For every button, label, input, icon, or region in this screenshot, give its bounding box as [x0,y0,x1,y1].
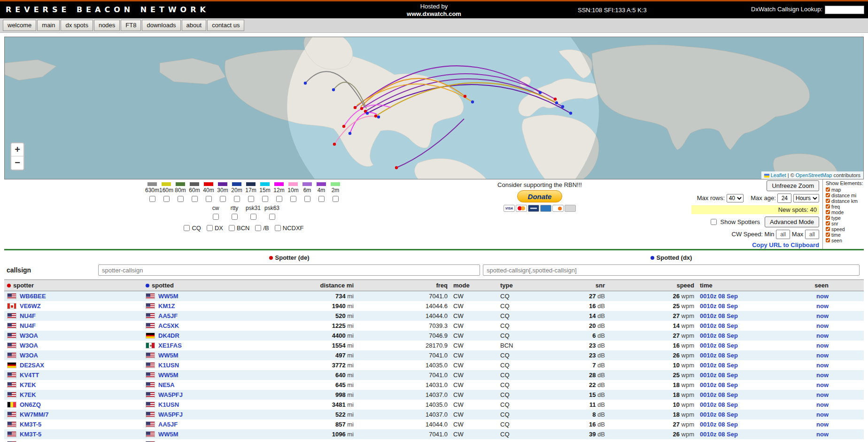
show-element-checkbox-distance-mi[interactable] [826,193,830,197]
band-checkbox-160m[interactable] [163,196,170,202]
spotted-callsign-link[interactable]: WW5M [158,352,178,359]
time-link[interactable]: 0010z 08 Sep [700,401,738,408]
copy-url-link[interactable]: Copy URL to Clipboard [752,241,819,248]
type-checkbox-bcn[interactable] [229,225,235,231]
seen-link[interactable]: now [816,431,829,438]
seen-link[interactable]: now [816,312,829,319]
time-link[interactable]: 0010z 08 Sep [700,332,738,339]
lookup-input[interactable] [825,6,864,14]
seen-link[interactable]: now [816,322,829,329]
spotter-callsign-link[interactable]: WB6BEE [20,293,46,300]
zoom-in-button[interactable]: + [11,143,23,156]
type-checkbox-dx[interactable] [207,225,213,231]
spotted-callsign-link[interactable]: WA5PFJ [158,391,183,398]
time-link[interactable]: 0010z 08 Sep [700,372,738,379]
time-link[interactable]: 0010z 08 Sep [700,411,738,418]
spotter-callsign-link[interactable]: DE2SAX [20,362,44,369]
time-link[interactable]: 0010z 08 Sep [700,391,738,398]
max-age-input[interactable] [777,194,791,203]
spotted-callsign-link[interactable]: WW5M [158,293,178,300]
time-link[interactable]: 0010z 08 Sep [700,431,738,438]
time-link[interactable]: 0010z 08 Sep [700,421,738,428]
type-checkbox-ncdxf[interactable] [275,225,281,231]
show-element-checkbox-speed[interactable] [826,227,830,231]
max-age-unit-select[interactable]: Hours [793,194,819,202]
spotted-callsign-link[interactable]: KM1Z [158,302,175,310]
spotter-callsign-link[interactable]: ON6ZQ [20,401,41,408]
spotted-callsign-link[interactable]: WW5M [158,372,178,379]
mode-checkbox-psk63[interactable] [269,214,275,220]
time-link[interactable]: 0010z 08 Sep [700,312,738,319]
band-checkbox-2m[interactable] [333,196,339,202]
time-link[interactable]: 0010z 08 Sep [700,342,738,349]
zoom-out-button[interactable]: − [11,156,23,170]
band-checkbox-40m[interactable] [206,196,212,202]
seen-link[interactable]: now [816,441,829,442]
show-element-checkbox-seen[interactable] [826,238,830,242]
spotted-callsign-link[interactable]: XE1FAS [158,342,182,349]
type-checkbox-cq[interactable] [184,225,190,231]
spotter-callsign-link[interactable]: W3OA [20,332,38,339]
openstreetmap-link[interactable]: OpenStreetMap [796,172,832,178]
spotter-callsign-link[interactable]: K7EK [20,391,36,398]
seen-link[interactable]: now [816,362,829,369]
band-checkbox-60m[interactable] [192,196,198,202]
time-link[interactable]: 0010z 08 Sep [700,381,738,388]
seen-link[interactable]: now [816,332,829,339]
spotter-callsign-link[interactable]: VE6WZ [20,302,41,310]
show-element-checkbox-time[interactable] [826,233,830,237]
band-checkbox-20m[interactable] [234,196,240,202]
spotter-callsign-link[interactable]: KV4TT [20,372,39,379]
seen-link[interactable]: now [816,302,829,310]
unfreeze-zoom-button[interactable]: Unfreeze Zoom [767,180,819,191]
spotter-callsign-link[interactable]: NU4F [20,322,36,329]
spotter-callsign-link[interactable]: KM3T-5 [20,441,41,442]
nav-tab-nodes[interactable]: nodes [94,20,120,31]
mode-checkbox-cw[interactable] [213,214,219,220]
band-checkbox-630m[interactable] [149,196,155,202]
spotter-callsign-link[interactable]: KW7MM/7 [20,411,48,418]
time-link[interactable]: 0010z 08 Sep [700,352,738,359]
cw-speed-max-input[interactable] [805,230,819,239]
cw-speed-min-input[interactable] [776,230,790,239]
show-element-checkbox-map[interactable] [826,187,830,192]
spotted-callsign-link[interactable]: K1USN [158,362,179,369]
show-element-checkbox-type[interactable] [826,216,830,220]
spotter-callsign-input[interactable] [98,264,480,276]
spotted-callsign-link[interactable]: KM1Z [158,441,175,442]
nav-tab-main[interactable]: main [37,20,60,31]
show-element-checkbox-mode[interactable] [826,210,830,214]
seen-link[interactable]: now [816,352,829,359]
spotter-callsign-link[interactable]: KM3T-5 [20,431,41,438]
seen-link[interactable]: now [816,372,829,379]
band-checkbox-4m[interactable] [318,196,325,202]
spotter-callsign-link[interactable]: K7EK [20,381,36,388]
spotted-callsign-link[interactable]: AA5JF [158,312,178,319]
time-link[interactable]: 0010z 08 Sep [700,362,738,369]
type-checkbox--b[interactable] [255,225,261,231]
mode-checkbox-psk31[interactable] [250,214,256,220]
spotter-callsign-link[interactable]: W3OA [20,342,38,349]
spotter-callsign-link[interactable]: NU4F [20,312,36,319]
spotted-callsign-link[interactable]: WW5M [158,431,178,438]
band-checkbox-12m[interactable] [276,196,282,202]
spotted-callsign-link[interactable]: DK4DR [158,332,179,339]
time-link[interactable]: 0010z 08 Sep [700,322,738,329]
show-element-checkbox-distance-km[interactable] [826,199,830,203]
band-checkbox-30m[interactable] [220,196,226,202]
max-rows-select[interactable]: 40 [727,194,744,202]
donate-button[interactable]: Donate [517,190,562,202]
advanced-mode-button[interactable]: Advanced Mode [765,217,819,227]
spotter-callsign-link[interactable]: W3OA [20,352,38,359]
seen-link[interactable]: now [816,342,829,349]
band-checkbox-6m[interactable] [304,196,310,202]
seen-link[interactable]: now [816,411,829,418]
nav-tab-contact-us[interactable]: contact us [207,20,244,31]
band-checkbox-10m[interactable] [290,196,296,202]
seen-link[interactable]: now [816,421,829,428]
leaflet-link[interactable]: Leaflet [771,172,786,178]
spotter-callsign-link[interactable]: KM3T-5 [20,421,41,428]
band-checkbox-80m[interactable] [178,196,184,202]
spotted-callsign-input[interactable] [483,264,860,276]
spotted-callsign-link[interactable]: AA5JF [158,421,178,428]
